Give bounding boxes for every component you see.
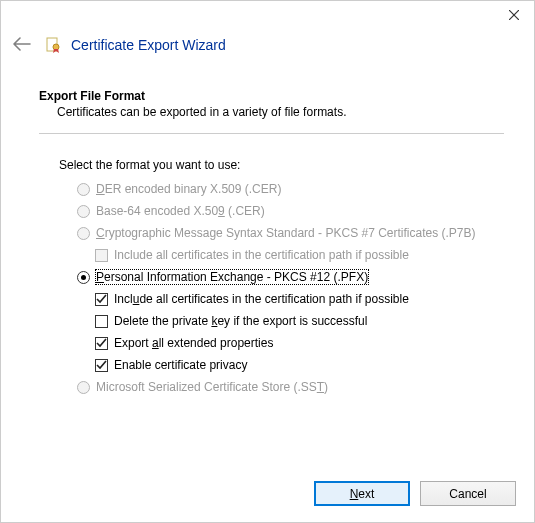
checkbox-label: Include all certificates in the certific… [114,292,409,306]
section-heading: Export File Format [39,89,504,103]
divider [39,133,504,134]
checkbox-icon [95,359,108,372]
close-icon [509,10,519,20]
radio-icon [77,205,90,218]
cancel-button[interactable]: Cancel [420,481,516,506]
checkbox-label: Delete the private key if the export is … [114,314,367,328]
checkbox-pfx-extprops[interactable]: Export all extended properties [77,336,504,350]
radio-icon [77,227,90,240]
checkbox-label: Enable certificate privacy [114,358,247,372]
checkbox-pfx-privacy[interactable]: Enable certificate privacy [77,358,504,372]
radio-label: Cryptographic Message Syntax Standard - … [96,226,476,240]
wizard-window: Certificate Export Wizard Export File Fo… [0,0,535,523]
button-bar: Next Cancel [314,481,516,506]
next-button[interactable]: Next [314,481,410,506]
checkbox-pfx-includepath[interactable]: Include all certificates in the certific… [77,292,504,306]
checkbox-icon [95,315,108,328]
header: Certificate Export Wizard [1,31,534,59]
checkbox-label: Export all extended properties [114,336,273,350]
radio-label: Microsoft Serialized Certificate Store (… [96,380,328,394]
radio-icon [77,183,90,196]
radio-sst: Microsoft Serialized Certificate Store (… [77,380,504,394]
back-arrow-icon [13,37,31,51]
instruction-text: Select the format you want to use: [39,158,504,172]
radio-pfx[interactable]: Personal Information Exchange - PKCS #12… [77,270,504,284]
content-area: Export File Format Certificates can be e… [1,89,534,394]
checkbox-label: Include all certificates in the certific… [114,248,409,262]
radio-base64: Base-64 encoded X.509 (.CER) [77,204,504,218]
checkbox-pfx-deletekey[interactable]: Delete the private key if the export is … [77,314,504,328]
format-options: DER encoded binary X.509 (.CER) Base-64 … [39,182,504,394]
radio-label: Personal Information Exchange - PKCS #12… [96,270,368,284]
checkbox-icon [95,293,108,306]
radio-icon [77,381,90,394]
section-subheading: Certificates can be exported in a variet… [39,105,504,119]
radio-der: DER encoded binary X.509 (.CER) [77,182,504,196]
titlebar [1,1,534,31]
radio-label: Base-64 encoded X.509 (.CER) [96,204,265,218]
back-button[interactable] [13,37,31,54]
radio-icon [77,271,90,284]
radio-p7b: Cryptographic Message Syntax Standard - … [77,226,504,240]
radio-label: DER encoded binary X.509 (.CER) [96,182,281,196]
checkbox-p7b-includepath: Include all certificates in the certific… [77,248,504,262]
close-button[interactable] [494,1,534,29]
wizard-title: Certificate Export Wizard [71,37,226,53]
certificate-icon [45,37,61,53]
checkbox-icon [95,337,108,350]
checkbox-icon [95,249,108,262]
